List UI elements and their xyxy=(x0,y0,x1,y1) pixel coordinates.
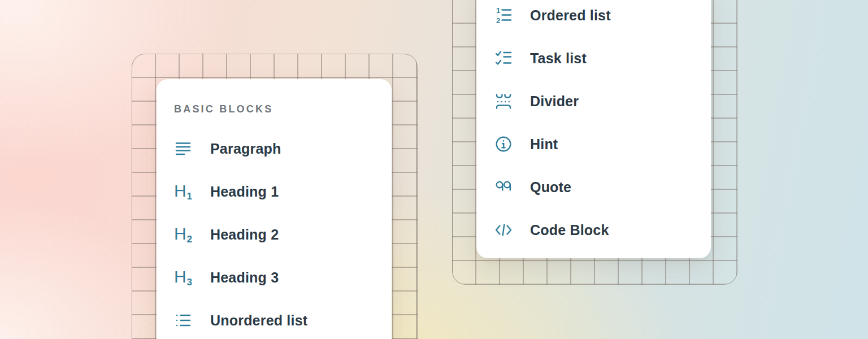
menu-item-label: Unordered list xyxy=(210,312,307,329)
menu-item-label: Ordered list xyxy=(530,7,611,24)
background-gradient xyxy=(0,0,868,339)
svg-text:2: 2 xyxy=(496,16,500,25)
blocks-menu-panel-right: 1 2 Ordered list Task list xyxy=(476,0,711,258)
menu-item-label: Heading 1 xyxy=(210,184,279,200)
task-list-icon xyxy=(494,49,513,67)
svg-text:1: 1 xyxy=(496,6,500,15)
ordered-list-icon: 1 2 xyxy=(494,6,513,24)
menu-item-heading-2[interactable]: H2 Heading 2 xyxy=(157,213,392,256)
menu-item-divider[interactable]: Divider xyxy=(476,80,711,123)
code-block-icon xyxy=(494,221,513,239)
menu-item-label: Divider xyxy=(530,93,579,110)
menu-item-heading-1[interactable]: H1 Heading 1 xyxy=(157,170,392,213)
section-label-basic-blocks: BASIC BLOCKS xyxy=(174,102,392,116)
unordered-list-icon xyxy=(174,311,192,329)
menu-item-unordered-list[interactable]: Unordered list xyxy=(157,299,392,339)
menu-item-hint[interactable]: Hint xyxy=(476,123,711,166)
quote-icon xyxy=(494,178,513,196)
basic-blocks-menu-panel: BASIC BLOCKS Paragraph H1 Heading 1 H2 H… xyxy=(157,79,392,339)
menu-item-heading-3[interactable]: H3 Heading 3 xyxy=(157,256,392,299)
heading-1-icon: H1 xyxy=(174,182,192,201)
menu-item-quote[interactable]: Quote xyxy=(476,166,711,208)
menu-item-ordered-list[interactable]: 1 2 Ordered list xyxy=(476,0,711,37)
menu-item-label: Heading 3 xyxy=(210,270,279,286)
paragraph-icon xyxy=(174,140,192,158)
menu-item-paragraph[interactable]: Paragraph xyxy=(157,127,392,170)
menu-item-label: Paragraph xyxy=(210,141,281,157)
menu-item-label: Code Block xyxy=(530,222,609,238)
menu-item-label: Hint xyxy=(530,136,558,153)
hint-icon xyxy=(494,135,513,153)
menu-item-label: Quote xyxy=(530,179,571,195)
heading-3-icon: H3 xyxy=(174,268,192,286)
menu-item-code-block[interactable]: Code Block xyxy=(476,208,711,251)
menu-item-label: Heading 2 xyxy=(210,227,279,243)
heading-2-icon: H2 xyxy=(174,225,192,244)
menu-item-label: Task list xyxy=(530,50,587,67)
menu-item-task-list[interactable]: Task list xyxy=(476,37,711,80)
divider-icon xyxy=(494,92,513,110)
